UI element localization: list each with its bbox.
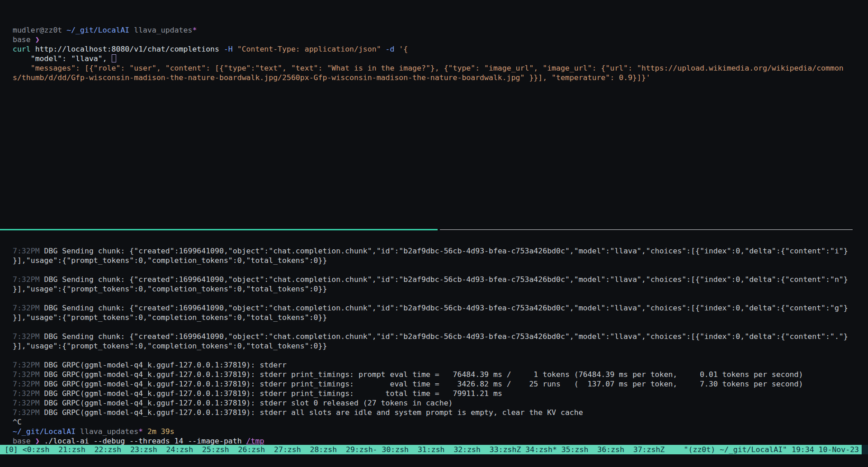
log-chunk-2-line-2: }],"usage":{"prompt_tokens":0,"completio… — [13, 284, 868, 294]
local-ai-command-line: base ❯ ./local-ai --debug --threads 14 -… — [13, 436, 868, 446]
prompt-context-line-2: ~/_git/LocalAI llava_updates* 2m 39s — [13, 427, 868, 436]
log-timing-total-line: 7:32PM DBG GRPC(ggml-model-q4_k.gguf-127… — [13, 389, 868, 398]
curl-command-line: curl http://localhost:8080/v1/chat/compl… — [13, 44, 868, 54]
tmux-status-end-block — [862, 445, 868, 454]
text-segment: 7:32PM — [13, 399, 44, 407]
pane-gap — [13, 82, 868, 225]
log-chunk-4-line-1: 7:32PM DBG Sending chunk: {"created":169… — [13, 332, 868, 341]
text-segment: "model": "llava", — [13, 54, 112, 63]
text-segment: Sending chunk: {"created":1699641090,"ob… — [62, 304, 848, 312]
text-segment: 7:32PM — [13, 247, 44, 255]
text-segment: ./local-ai --debug --threads 14 --image-… — [40, 437, 246, 445]
text-segment: -H — [224, 45, 233, 53]
text-segment: llava_updates — [75, 427, 138, 436]
text-segment: DBG — [44, 399, 62, 407]
text-segment: DBG — [44, 332, 62, 341]
log-slots-idle-line: 7:32PM DBG GRPC(ggml-model-q4_k.gguf-127… — [13, 408, 868, 417]
text-segment: s/thumb/d/dd/Gfp-wisconsin-madison-the-n… — [13, 73, 651, 82]
log-grpc-stderr-line: 7:32PM DBG GRPC(ggml-model-q4_k.gguf-127… — [13, 360, 868, 370]
text-segment: Sending chunk: {"created":1699641090,"ob… — [62, 332, 848, 341]
text-segment: -d — [386, 45, 395, 53]
text-segment: ~/_git/LocalAI — [13, 427, 75, 436]
text-segment: base — [13, 437, 35, 445]
text-segment: DBG — [44, 247, 62, 255]
text-segment: mudler@zz0t — [13, 26, 66, 34]
text-segment: '{ — [399, 45, 408, 53]
tmux-status-right: "(zz0t) ~/_git/LocalAI" 19:34 10-Nov-23 — [684, 445, 859, 454]
text-segment: }],"usage":{"prompt_tokens":0,"completio… — [13, 285, 327, 293]
text-segment: DBG — [44, 380, 62, 388]
tmux-window-list[interactable]: [0] <0:zsh 21:zsh 22:zsh 23:zsh 24:zsh 2… — [5, 445, 684, 454]
log-chunk-4-line-2: }],"usage":{"prompt_tokens":0,"completio… — [13, 341, 868, 351]
text-segment: 7:32PM — [13, 370, 44, 379]
text-segment: 7:32PM — [13, 380, 44, 388]
curl-messages-line: "messages": [{"role": "user", "content":… — [13, 63, 868, 73]
text-segment: Sending chunk: {"created":1699641090,"ob… — [62, 275, 848, 284]
log-chunk-1-line-2: }],"usage":{"prompt_tokens":0,"completio… — [13, 256, 868, 265]
log-timing-prompt-eval-line: 7:32PM DBG GRPC(ggml-model-q4_k.gguf-127… — [13, 370, 868, 379]
log-chunk-3-line-1: 7:32PM DBG Sending chunk: {"created":169… — [13, 303, 868, 313]
text-segment: GRPC(ggml-model-q4_k.gguf-127.0.0.1:3781… — [62, 370, 803, 379]
tmp-path-link[interactable]: /tmp — [246, 437, 264, 445]
text-segment: "messages": [{"role": "user", "content":… — [13, 64, 844, 72]
log-chunk-1-line-1: 7:32PM DBG Sending chunk: {"created":169… — [13, 246, 868, 256]
text-segment: 2m 39s — [143, 427, 175, 436]
sigint-line: ^C — [13, 417, 868, 427]
text-segment: ^C — [13, 418, 22, 426]
terminal-pane[interactable]: mudler@zz0t ~/_git/LocalAI llava_updates… — [0, 0, 868, 467]
blank — [13, 351, 868, 360]
text-segment: * — [138, 427, 143, 436]
text-segment — [394, 45, 399, 53]
text-segment: ❯ — [35, 437, 40, 445]
text-segment: }],"usage":{"prompt_tokens":0,"completio… — [13, 256, 327, 265]
tmux-status-bar: [0] <0:zsh 21:zsh 22:zsh 23:zsh 24:zsh 2… — [0, 445, 868, 454]
text-segment: GRPC(ggml-model-q4_k.gguf-127.0.0.1:3781… — [62, 389, 502, 398]
text-segment: GRPC(ggml-model-q4_k.gguf-127.0.0.1:3781… — [62, 408, 583, 417]
text-segment: ~/_git/LocalAI — [66, 26, 129, 34]
blank — [13, 322, 868, 332]
text-segment: }],"usage":{"prompt_tokens":0,"completio… — [13, 313, 327, 322]
text-segment: base — [13, 35, 35, 44]
text-segment: llava_updates — [129, 26, 192, 34]
text-segment: DBG — [44, 275, 62, 284]
text-segment: DBG — [44, 361, 62, 369]
text-segment: 7:32PM — [13, 332, 44, 341]
text-segment: DBG — [44, 389, 62, 398]
command-pane: mudler@zz0t ~/_git/LocalAI llava_updates… — [13, 25, 868, 82]
pane-divider-segment[interactable] — [440, 229, 853, 230]
blank — [13, 265, 868, 275]
prompt-input-line: base ❯ — [13, 35, 868, 44]
log-gap — [13, 235, 868, 246]
text-segment — [233, 45, 237, 53]
text-segment: * — [192, 26, 197, 34]
text-segment: }],"usage":{"prompt_tokens":0,"completio… — [13, 342, 327, 350]
text-segment: "Content-Type: application/json" — [237, 45, 381, 53]
text-segment: 7:32PM — [13, 389, 44, 398]
text-segment: GRPC(ggml-model-q4_k.gguf-127.0.0.1:3781… — [62, 380, 803, 388]
text-segment: 7:32PM — [13, 361, 44, 369]
prompt-context-line: mudler@zz0t ~/_git/LocalAI llava_updates… — [13, 25, 868, 35]
text-segment: 7:32PM — [13, 304, 44, 312]
text-segment: curl — [13, 45, 31, 53]
log-chunk-2-line-1: 7:32PM DBG Sending chunk: {"created":169… — [13, 275, 868, 284]
text-segment — [381, 45, 386, 53]
text-segment: http://localhost:8080/v1/chat/completion… — [31, 45, 224, 53]
text-segment: 7:32PM — [13, 275, 44, 284]
log-slot-released-line: 7:32PM DBG GRPC(ggml-model-q4_k.gguf-127… — [13, 398, 868, 408]
text-segment: Sending chunk: {"created":1699641090,"ob… — [62, 247, 848, 255]
pane-divider-row — [0, 225, 868, 235]
text-segment: DBG — [44, 370, 62, 379]
log-chunk-3-line-2: }],"usage":{"prompt_tokens":0,"completio… — [13, 313, 868, 322]
terminal-content: mudler@zz0t ~/_git/LocalAI llava_updates… — [0, 0, 868, 446]
text-segment: DBG — [44, 408, 62, 417]
text-segment: GRPC(ggml-model-q4_k.gguf-127.0.0.1:3781… — [62, 361, 287, 369]
log-timing-eval-line: 7:32PM DBG GRPC(ggml-model-q4_k.gguf-127… — [13, 379, 868, 389]
text-segment: ❯ — [35, 35, 40, 44]
text-segment: 7:32PM — [13, 408, 44, 417]
log-pane: 7:32PM DBG Sending chunk: {"created":169… — [13, 246, 868, 446]
text-segment: DBG — [44, 304, 62, 312]
curl-model-line: "model": "llava", — [13, 54, 868, 63]
terminal-cursor[interactable] — [112, 54, 116, 62]
text-segment: GRPC(ggml-model-q4_k.gguf-127.0.0.1:3781… — [62, 399, 453, 407]
pane-divider-active-segment[interactable] — [0, 229, 438, 230]
